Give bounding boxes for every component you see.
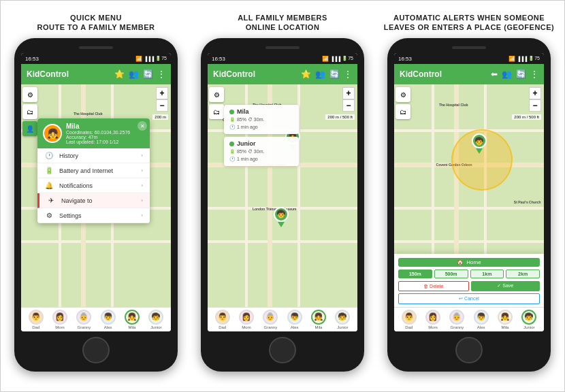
phone2-zoom-controls: + −: [342, 87, 355, 112]
phone2-wifi-icon: 📶: [322, 56, 329, 62]
phone2-avatar-granny[interactable]: 👵 Granny: [263, 310, 278, 329]
phone3-layers-btn[interactable]: 🗂: [396, 104, 410, 119]
phone3-avatar-mom[interactable]: 👩 Mom: [425, 310, 440, 329]
star-icon[interactable]: ⭐: [114, 69, 125, 79]
phone3-gear-btn[interactable]: ⚙: [396, 87, 410, 102]
zoom-out-btn[interactable]: −: [156, 99, 168, 112]
bottom-avatar-alex[interactable]: 👦 Alex: [101, 310, 116, 329]
settings-arrow: ›: [141, 212, 143, 218]
phone3-screen: 16:53 📶 ▐▐▐ 🔋75 KidControl ⬅ 👥 🔄 ⋮: [394, 53, 544, 331]
phone2-zoom-out[interactable]: −: [342, 99, 355, 112]
phone3-avatar-mila[interactable]: 👧 Mila: [498, 310, 513, 329]
history-icon: 🕐: [44, 152, 54, 159]
mila-avatar: 👧: [43, 124, 62, 143]
menu-item-notifications[interactable]: 🔔 Notifications ›: [37, 178, 150, 193]
phone1-app-title: KidControl: [27, 69, 69, 79]
person-sidebar-btn[interactable]: 👤: [22, 121, 37, 136]
phone3-avatar-dad[interactable]: 👨 Dad: [402, 310, 417, 329]
phone3-map-label-stpauls: St Paul's Church: [514, 200, 541, 204]
mila-updated: Last updated: 17:09 1/12: [66, 140, 130, 144]
gear-sidebar-btn[interactable]: ⚙: [22, 87, 37, 102]
scale-bar: 200 m: [152, 114, 168, 120]
bottom-avatar-dad[interactable]: 👨 Dad: [29, 310, 44, 329]
people-icon[interactable]: 👥: [129, 69, 139, 79]
more-icon[interactable]: ⋮: [157, 69, 165, 79]
phone3-refresh-icon[interactable]: 🔄: [516, 69, 526, 79]
phone1-header-icons: ⭐ 👥 🔄 ⋮: [114, 69, 165, 79]
phone3-zoom-out[interactable]: −: [529, 99, 541, 112]
mila-card-name: Mila: [237, 108, 249, 115]
history-arrow: ›: [141, 152, 143, 159]
junior-card[interactable]: Junior 🔋 85% ⏱ 30m. 🕐 1 min ago: [224, 137, 299, 166]
phone2-avatar-mila[interactable]: 👧 Mila: [311, 310, 326, 329]
junior-card-name: Junior: [237, 140, 256, 147]
bottom-avatar-mom[interactable]: 👩 Mom: [52, 310, 67, 329]
menu-close-btn[interactable]: ✕: [138, 121, 147, 131]
phone2-more-icon[interactable]: ⋮: [344, 69, 352, 79]
phone1-screen: 16:53 📶 ▐▐▐ 🔋75 KidControl ⭐ 👥 🔄 ⋮: [21, 53, 171, 331]
mila-dot: [229, 110, 234, 114]
phone2-people-icon[interactable]: 👥: [315, 69, 325, 79]
dist-1km-btn[interactable]: 1km: [470, 270, 504, 278]
layers-sidebar-btn[interactable]: 🗂: [22, 104, 37, 119]
notification-icon: 🔔: [44, 182, 54, 189]
header-row: QUICK MENU ROUTE TO A FAMILY MEMBER ALL …: [3, 13, 562, 33]
phone2-avatar-junior[interactable]: 🧒 Junior: [335, 310, 350, 329]
battery-icon: 🔋75: [155, 56, 167, 61]
dist-2km-btn[interactable]: 2km: [506, 270, 540, 278]
phone3-map-sidebar: ⚙ 🗂: [396, 87, 410, 119]
phone2-app-header: KidControl ⭐ 👥 🔄 ⋮: [208, 64, 357, 84]
phone3-avatar-junior[interactable]: 🧒 Junior: [521, 310, 536, 329]
menu-item-settings[interactable]: ⚙ Settings ›: [37, 208, 150, 223]
navigate-arrow: ›: [141, 197, 143, 203]
phone3-back-icon[interactable]: ⬅: [491, 69, 498, 79]
menu-item-navigate[interactable]: ✈ Navigate to ›: [37, 193, 150, 208]
phone2-speaker: [265, 46, 300, 50]
menu-popup: 👧 Mila Coordinates: 60.0104,30.2576 Accu…: [37, 118, 150, 223]
signal-icon: ▐▐▐: [144, 56, 154, 61]
mila-card[interactable]: Mila 🔋 85% ⏱ 30m. 🕐 1 min ago: [224, 105, 299, 134]
phone2-star-icon[interactable]: ⭐: [301, 69, 311, 79]
phone2-layers-btn[interactable]: 🗂: [209, 104, 224, 119]
phone3-zoom-controls: + −: [529, 87, 541, 112]
phone2-avatar-dad[interactable]: 👨 Dad: [215, 310, 230, 329]
phone2-time: 16:53: [212, 56, 225, 62]
phone1-home-button[interactable]: [82, 337, 110, 363]
geofence-cancel-btn[interactable]: ↩ Cancel: [398, 293, 540, 304]
phone3-avatar-alex[interactable]: 👦 Alex: [474, 310, 489, 329]
phone2-home-button[interactable]: [269, 337, 296, 363]
phone3-zoom-in[interactable]: +: [529, 87, 541, 99]
phone-2: 16:53 📶 ▐▐▐ 🔋75 KidControl ⭐ 👥 🔄 ⋮: [201, 38, 364, 372]
phone3-pin-tail: [476, 148, 483, 154]
menu-item-battery[interactable]: 🔋 Battery and Internet ›: [37, 163, 150, 178]
phone2-gear-btn[interactable]: ⚙: [209, 87, 224, 102]
phone1-speaker: [79, 46, 113, 50]
menu-popup-info: Mila Coordinates: 60.0104,30.2576 Accura…: [66, 122, 130, 144]
phone3-people-icon[interactable]: 👥: [502, 69, 512, 79]
bottom-avatar-granny[interactable]: 👵 Granny: [76, 310, 91, 329]
phone2-zoom-in[interactable]: +: [342, 87, 355, 99]
geofence-delete-btn[interactable]: 🗑 Delete: [398, 281, 469, 291]
phone2-app-title: KidControl: [213, 69, 255, 79]
phone3-pin: 🧒: [472, 133, 487, 154]
phone3-home-button[interactable]: [455, 337, 483, 363]
refresh-icon[interactable]: 🔄: [143, 69, 153, 79]
menu-item-history[interactable]: 🕐 History ›: [37, 148, 150, 163]
phone3-more-icon[interactable]: ⋮: [530, 69, 538, 79]
phone2-avatar-mom[interactable]: 👩 Mom: [239, 310, 254, 329]
settings-icon: ⚙: [44, 212, 54, 219]
phone3-avatar-granny[interactable]: 👵 Granny: [449, 310, 464, 329]
phone3-status-bar: 16:53 📶 ▐▐▐ 🔋75: [394, 53, 544, 64]
phone3-pin-head: 🧒: [472, 133, 487, 148]
dist-150m-btn[interactable]: 150m: [398, 270, 432, 278]
dist-500m-btn[interactable]: 500m: [434, 270, 468, 278]
bottom-avatar-mila[interactable]: 👧 Mila: [125, 310, 140, 329]
geofence-action-row: 🗑 Delete ✓ Save: [398, 281, 540, 291]
phone2-avatar-alex[interactable]: 👦 Alex: [287, 310, 302, 329]
bottom-avatar-junior[interactable]: 🧒 Junior: [148, 310, 163, 329]
junior-pin: 🧒: [274, 207, 289, 227]
wifi-icon: 📶: [135, 56, 142, 62]
phone2-refresh-icon[interactable]: 🔄: [329, 69, 340, 79]
geofence-save-btn[interactable]: ✓ Save: [471, 281, 540, 291]
zoom-in-btn[interactable]: +: [156, 87, 168, 99]
